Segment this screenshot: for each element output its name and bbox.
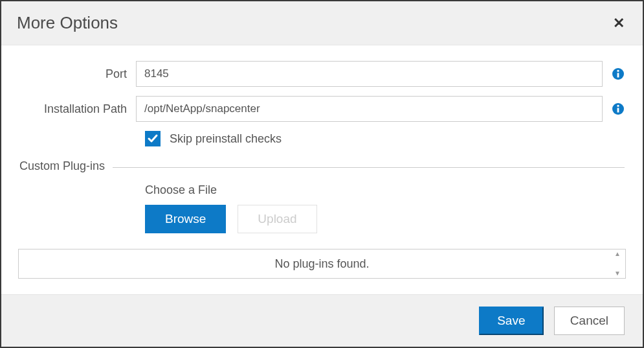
scroll-handles: ▲ ▼ [612, 251, 623, 277]
port-input[interactable] [136, 61, 603, 87]
install-path-input[interactable] [136, 96, 603, 122]
svg-rect-4 [617, 108, 619, 113]
cancel-button[interactable]: Cancel [554, 307, 625, 335]
skip-checks-label: Skip preinstall checks [170, 132, 282, 146]
save-button[interactable]: Save [479, 307, 544, 335]
plugins-list[interactable]: No plug-ins found. ▲ ▼ [18, 249, 626, 279]
port-label: Port [19, 67, 136, 81]
scroll-down-icon[interactable]: ▼ [612, 270, 623, 277]
browse-button[interactable]: Browse [145, 205, 226, 233]
skip-checks-row: Skip preinstall checks [19, 131, 625, 146]
port-row: Port [19, 61, 625, 87]
choose-file-section: Choose a File Browse Upload [19, 183, 625, 233]
svg-rect-1 [617, 73, 619, 78]
info-icon[interactable] [612, 67, 625, 80]
choose-file-label: Choose a File [145, 183, 625, 197]
skip-checks-checkbox[interactable] [145, 131, 161, 146]
close-button[interactable]: ✕ [610, 16, 627, 30]
install-path-row: Installation Path [19, 96, 625, 122]
install-path-label: Installation Path [19, 102, 136, 116]
upload-button: Upload [238, 205, 316, 233]
svg-point-5 [617, 105, 619, 107]
dialog-body: Port Installation Path [1, 45, 643, 294]
scroll-up-icon[interactable]: ▲ [612, 251, 623, 257]
info-icon[interactable] [612, 102, 625, 115]
more-options-dialog: More Options ✕ Port Installation Path [0, 0, 644, 348]
dialog-footer: Save Cancel [1, 294, 643, 347]
file-button-row: Browse Upload [145, 205, 625, 233]
dialog-header: More Options ✕ [1, 1, 643, 45]
svg-point-2 [617, 70, 619, 72]
dialog-title: More Options [17, 13, 118, 33]
plugins-empty-message: No plug-ins found. [274, 257, 369, 271]
divider [113, 167, 625, 168]
close-icon: ✕ [613, 15, 625, 31]
checkmark-icon [147, 133, 159, 145]
custom-plugins-section: Custom Plug-ins [19, 159, 625, 173]
custom-plugins-label: Custom Plug-ins [19, 159, 113, 173]
